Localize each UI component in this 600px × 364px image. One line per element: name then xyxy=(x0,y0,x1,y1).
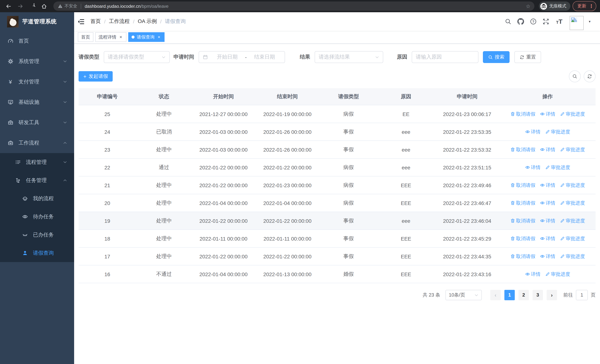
avatar[interactable] xyxy=(570,16,584,30)
sidebar-item-payment-management[interactable]: ¥支付管理 xyxy=(0,72,74,92)
avatar-caret-icon[interactable]: ▼ xyxy=(588,20,591,23)
sidebar-item-todo-tasks[interactable]: 待办任务 xyxy=(0,208,74,226)
create-leave-button[interactable]: + 发起请假 xyxy=(79,71,113,82)
cell-start: 2022-01-22 00:00:00 xyxy=(192,218,255,224)
sidebar-item-system-management[interactable]: /**/系统管理 xyxy=(0,51,74,72)
action-label: 详情 xyxy=(546,111,555,117)
approval-progress-link[interactable]: 审批进度 xyxy=(560,146,585,153)
breadcrumb-item[interactable]: OA 示例 xyxy=(138,18,157,25)
cancel-leave-link[interactable]: 取消请假 xyxy=(510,182,535,188)
goto-page-input[interactable]: 1 xyxy=(576,290,588,300)
tab-leave-query[interactable]: 请假查询× xyxy=(128,32,165,42)
sidebar-item-done-tasks[interactable]: 已办任务 xyxy=(0,226,74,244)
sidebar-toggle-icon[interactable] xyxy=(77,18,84,25)
column-header: 申请时间 xyxy=(435,93,500,100)
sidebar-item-leave-query[interactable]: 请假查询 xyxy=(0,244,74,262)
approval-progress-link[interactable]: 审批进度 xyxy=(560,217,585,224)
cancel-leave-link[interactable]: 取消请假 xyxy=(510,111,535,117)
sidebar-item-infrastructure[interactable]: 基础设施 xyxy=(0,92,74,112)
prev-page-button[interactable]: ‹ xyxy=(490,290,501,300)
reason-input[interactable]: 请输入原因 xyxy=(412,51,478,63)
refresh-table-button[interactable] xyxy=(584,70,596,82)
approval-progress-link[interactable]: 审批进度 xyxy=(560,111,585,117)
page-size-select[interactable]: 10条/页 xyxy=(445,290,482,300)
forward-icon[interactable] xyxy=(16,1,25,11)
cancel-leave-link[interactable]: 取消请假 xyxy=(510,200,535,206)
reload-icon[interactable] xyxy=(28,1,37,11)
action-label: 详情 xyxy=(546,253,555,260)
breadcrumb-item[interactable]: 首页 xyxy=(90,18,101,25)
search-button[interactable]: 搜索 xyxy=(483,51,510,63)
approval-progress-link[interactable]: 审批进度 xyxy=(560,200,585,206)
detail-link[interactable]: 详情 xyxy=(525,129,541,135)
detail-link[interactable]: 详情 xyxy=(540,217,555,224)
next-page-button[interactable]: › xyxy=(547,290,557,300)
reset-button[interactable]: 重置 xyxy=(514,51,541,63)
end-date-placeholder[interactable]: 结束日期 xyxy=(248,54,281,60)
cancel-leave-link[interactable]: 取消请假 xyxy=(510,253,535,260)
cell-id: 24 xyxy=(79,129,136,135)
result-select[interactable]: 请选择流结果 xyxy=(315,51,383,63)
cancel-leave-link[interactable]: 取消请假 xyxy=(510,146,535,153)
detail-link[interactable]: 详情 xyxy=(540,182,555,188)
detail-link[interactable]: 详情 xyxy=(540,235,555,242)
header-search-icon[interactable] xyxy=(504,18,511,25)
cell-applied: 2022-01-22 23:45:29 xyxy=(435,235,500,242)
detail-link[interactable]: 详情 xyxy=(525,271,541,278)
app-logo-row[interactable]: 芋道管理系统 xyxy=(0,12,74,31)
sidebar-item-process-management[interactable]: 流程管理 xyxy=(0,153,74,171)
detail-link[interactable]: 详情 xyxy=(540,111,555,117)
tab-close-icon[interactable]: × xyxy=(119,33,123,42)
cancel-leave-link[interactable]: 取消请假 xyxy=(510,217,535,224)
font-size-icon[interactable]: TT xyxy=(555,18,564,25)
breadcrumb-item[interactable]: 工作流程 xyxy=(109,18,130,25)
home-icon[interactable] xyxy=(39,1,49,11)
sidebar-item-dev-tools[interactable]: 研发工具 xyxy=(0,112,74,133)
warning-icon[interactable] xyxy=(58,4,63,9)
cell-start: 2022-01-04 00:00:00 xyxy=(192,271,255,277)
sidebar-item-my-processes[interactable]: 我的流程 xyxy=(0,189,74,208)
eye-closed-icon xyxy=(22,232,28,238)
tab-home[interactable]: 首页 xyxy=(78,32,94,42)
sidebar-item-label: 系统管理 xyxy=(19,58,39,65)
result-label: 结果 xyxy=(300,54,310,60)
edit-icon xyxy=(545,272,550,277)
sidebar-item-workflow[interactable]: 工作流程 xyxy=(0,133,74,153)
leave-type-select[interactable]: 请选择请假类型 xyxy=(104,51,170,63)
back-icon[interactable] xyxy=(4,1,13,11)
github-icon[interactable] xyxy=(517,18,524,25)
show-search-button[interactable] xyxy=(569,70,581,82)
cell-type: 事假 xyxy=(320,235,377,242)
apply-time-range[interactable]: 开始日期 - 结束日期 xyxy=(199,51,285,63)
detail-link[interactable]: 详情 xyxy=(540,200,555,206)
url-bar[interactable]: 不安全 dashboard.yudao.iocoder.cn/bpm/oa/le… xyxy=(53,1,534,11)
approval-progress-link[interactable]: 审批进度 xyxy=(560,235,585,242)
sidebar-item-home[interactable]: 首页 xyxy=(0,31,74,51)
fullscreen-icon[interactable] xyxy=(542,18,549,25)
page-button-2[interactable]: 2 xyxy=(518,290,529,300)
tab-close-icon[interactable]: × xyxy=(157,33,161,42)
help-icon[interactable]: ? xyxy=(530,18,537,25)
tab-process-detail[interactable]: 流程详情× xyxy=(95,32,126,42)
page-button-1[interactable]: 1 xyxy=(504,290,515,300)
approval-progress-link[interactable]: 审批进度 xyxy=(560,182,585,188)
detail-link[interactable]: 详情 xyxy=(525,164,541,171)
page-button-3[interactable]: 3 xyxy=(533,290,543,300)
approval-progress-link[interactable]: 审批进度 xyxy=(560,253,585,260)
detail-link[interactable]: 详情 xyxy=(540,146,555,153)
action-label: 审批进度 xyxy=(566,235,585,242)
sidebar-item-task-management[interactable]: 任务管理 xyxy=(0,171,74,189)
approval-progress-link[interactable]: 审批进度 xyxy=(545,164,570,171)
approval-progress-link[interactable]: 审批进度 xyxy=(545,271,570,278)
start-date-placeholder[interactable]: 开始日期 xyxy=(211,54,244,60)
approval-progress-link[interactable]: 审批进度 xyxy=(545,129,570,135)
detail-link[interactable]: 详情 xyxy=(540,253,555,260)
page-size-value: 10条/页 xyxy=(449,292,465,299)
browser-update-button[interactable]: 更新 ⋮ xyxy=(572,1,596,11)
bookmark-star-icon[interactable]: ☆ xyxy=(524,3,532,9)
action-label: 审批进度 xyxy=(566,111,585,117)
cell-reason: EEE xyxy=(377,271,435,277)
cell-end: 2022-01-23 00:00:00 xyxy=(255,182,320,188)
cancel-leave-link[interactable]: 取消请假 xyxy=(510,235,535,242)
browser-menu-icon[interactable]: ⋮ xyxy=(589,3,594,9)
